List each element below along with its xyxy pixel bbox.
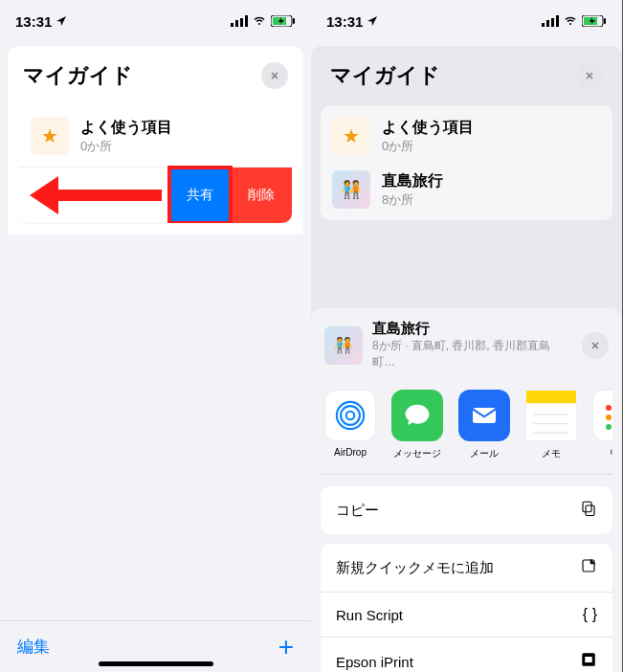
- status-right: [542, 15, 607, 27]
- signal-icon: [542, 15, 559, 27]
- share-app-mail[interactable]: メール: [458, 390, 510, 460]
- action-label: Run Script: [336, 607, 403, 623]
- wifi-icon: [563, 15, 578, 27]
- status-right: [231, 15, 296, 27]
- svg-rect-9: [551, 18, 554, 27]
- svg-rect-30: [585, 657, 592, 662]
- guide-item-favorites[interactable]: ★ よく使う項目 0か所: [321, 109, 612, 163]
- share-app-reminder[interactable]: リマ: [592, 390, 612, 460]
- mail-icon: [458, 390, 510, 441]
- action-list-1: コピー: [321, 486, 612, 534]
- guide-subtitle: 0か所: [80, 138, 172, 155]
- share-app-airdrop[interactable]: AirDrop: [324, 390, 376, 460]
- share-sheet: 🧑‍🤝‍🧑 直島旅行 8か所 · 直島町, 香川郡, 香川郡直島町… AirDr…: [311, 308, 622, 672]
- svg-rect-27: [583, 502, 591, 512]
- share-title: 直島旅行: [372, 320, 572, 338]
- wifi-icon: [252, 15, 267, 27]
- message-icon: [391, 390, 443, 441]
- close-icon: [584, 70, 595, 81]
- action-label: コピー: [336, 502, 379, 520]
- action-run-script[interactable]: Run Script { }: [321, 593, 612, 638]
- signal-icon: [231, 15, 248, 27]
- swipe-actions-row: 共有 削除: [19, 168, 292, 223]
- guide-thumbnail: 🧑‍🤝‍🧑: [332, 170, 370, 209]
- location-icon: [367, 15, 378, 27]
- svg-point-15: [341, 406, 360, 425]
- close-button[interactable]: [576, 62, 603, 89]
- add-button[interactable]: +: [278, 632, 294, 662]
- share-subtitle: 8か所 · 直島町, 香川郡, 香川郡直島町…: [372, 338, 572, 370]
- status-bar: 13:31: [311, 0, 622, 42]
- braces-icon: { }: [583, 606, 597, 623]
- phone-left: 13:31 マイガイド ★ よく使う項目 0か所: [0, 0, 311, 672]
- swipe-delete-button[interactable]: 削除: [231, 168, 292, 223]
- star-icon: ★: [332, 117, 370, 155]
- action-epson-iprint[interactable]: Epson iPrint: [321, 638, 612, 672]
- location-icon: [56, 15, 67, 27]
- status-bar: 13:31: [0, 0, 311, 42]
- close-icon: [590, 340, 601, 351]
- status-time: 13:31: [15, 13, 52, 30]
- airdrop-icon: [324, 390, 376, 441]
- sheet-title: マイガイド: [23, 61, 133, 90]
- copy-icon: [580, 500, 597, 521]
- share-app-message[interactable]: メッセージ: [391, 390, 443, 460]
- app-label: メッセージ: [393, 447, 441, 460]
- guides-sheet: マイガイド ★ よく使う項目 0か所 共有 削除: [8, 46, 303, 235]
- home-indicator: [99, 661, 213, 666]
- action-label: 新規クイックメモに追加: [336, 559, 494, 577]
- close-icon: [269, 70, 280, 81]
- svg-rect-8: [546, 20, 549, 27]
- printer-icon: [580, 651, 597, 672]
- guide-item-naoshima[interactable]: 🧑‍🤝‍🧑 直島旅行 8か所: [321, 163, 612, 216]
- notes-icon: [525, 390, 577, 441]
- svg-rect-1: [235, 20, 238, 27]
- share-thumbnail: 🧑‍🤝‍🧑: [324, 326, 363, 365]
- svg-point-24: [606, 414, 612, 420]
- quicknote-icon: [580, 557, 597, 578]
- close-button[interactable]: [261, 62, 288, 89]
- svg-rect-26: [586, 505, 594, 516]
- app-label: メール: [470, 447, 499, 460]
- guide-list: ★ よく使う項目 0か所 🧑‍🤝‍🧑 直島旅行 8か所: [321, 105, 612, 220]
- action-list-2: 新規クイックメモに追加 Run Script { } Epson iPrint …: [321, 544, 612, 672]
- svg-rect-7: [542, 23, 545, 27]
- svg-rect-17: [473, 408, 496, 423]
- app-label: リマ: [609, 447, 612, 460]
- svg-rect-10: [556, 15, 559, 27]
- edit-button[interactable]: 編集: [17, 636, 50, 658]
- app-label: AirDrop: [334, 447, 367, 458]
- phone-right: 13:31 マイガイド ★ よく使う項目 0か所 🧑‍🤝‍: [311, 0, 622, 672]
- guide-title: よく使う項目: [382, 118, 474, 138]
- action-copy[interactable]: コピー: [321, 486, 612, 534]
- action-quicknote[interactable]: 新規クイックメモに追加: [321, 544, 612, 593]
- svg-rect-0: [231, 23, 234, 27]
- guide-title: よく使う項目: [80, 118, 172, 138]
- action-label: Epson iPrint: [336, 654, 413, 670]
- guide-subtitle: 0か所: [382, 138, 474, 155]
- svg-point-23: [606, 405, 612, 411]
- guide-title: 直島旅行: [382, 171, 443, 191]
- svg-point-25: [606, 424, 612, 430]
- share-app-row[interactable]: AirDrop メッセージ メール メモ: [321, 386, 612, 475]
- share-app-notes[interactable]: メモ: [525, 390, 577, 460]
- guide-list: ★ よく使う項目 0か所 共有 削除: [19, 105, 292, 223]
- svg-point-14: [346, 412, 355, 420]
- svg-rect-18: [526, 391, 576, 403]
- sheet-title: マイガイド: [330, 61, 440, 90]
- swipe-arrow-annotation: [19, 186, 169, 205]
- guide-subtitle: 8か所: [382, 191, 443, 209]
- svg-rect-6: [293, 18, 295, 24]
- reminder-icon: [592, 390, 612, 441]
- battery-icon: [582, 15, 607, 27]
- swipe-share-button[interactable]: 共有: [169, 168, 231, 223]
- svg-rect-2: [240, 18, 243, 27]
- svg-rect-13: [604, 18, 606, 24]
- battery-icon: [271, 15, 296, 27]
- share-close-button[interactable]: [582, 332, 609, 359]
- guide-item-favorites[interactable]: ★ よく使う項目 0か所: [19, 105, 292, 168]
- svg-rect-3: [245, 15, 248, 27]
- app-label: メモ: [542, 447, 561, 460]
- status-time: 13:31: [326, 13, 363, 30]
- star-icon: ★: [31, 117, 69, 155]
